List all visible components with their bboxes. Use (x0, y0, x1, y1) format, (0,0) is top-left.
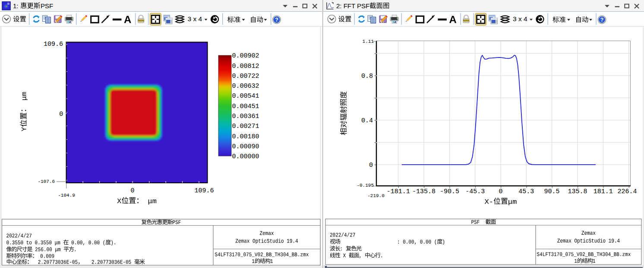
svg-text:0.00812: 0.00812 (232, 63, 259, 70)
svg-text:-45.3: -45.3 (465, 188, 485, 195)
svg-text:-107.6: -107.6 (38, 179, 55, 184)
svg-text:0.00722: 0.00722 (232, 73, 259, 80)
svg-text:-181.1: -181.1 (387, 188, 410, 195)
svg-text:181.1: 181.1 (593, 188, 613, 195)
svg-text:0.00541: 0.00541 (232, 93, 259, 100)
svg-text:?: ? (600, 17, 604, 23)
svg-text:-219.0: -219.0 (367, 193, 385, 198)
svg-text:?: ? (275, 17, 278, 23)
svg-text:0: 0 (499, 188, 502, 195)
svg-text:0.00902: 0.00902 (232, 52, 259, 60)
svg-text:3 x 4: 3 x 4 (188, 15, 202, 22)
svg-text:0.00090: 0.00090 (232, 143, 259, 150)
svg-text:109.6: 109.6 (44, 41, 63, 48)
svg-text:0.00180: 0.00180 (232, 133, 259, 140)
svg-text:2: FFT PSF: 2: FFT PSF (336, 2, 369, 10)
svg-text:-90.5: -90.5 (440, 188, 459, 195)
svg-text:109.6: 109.6 (194, 187, 214, 195)
svg-text:0.8: 0.8 (361, 73, 373, 80)
svg-text:1.11: 1.11 (363, 39, 374, 44)
svg-text:-104.9: -104.9 (58, 193, 75, 198)
svg-text:0: 0 (130, 187, 134, 195)
svg-text:226.4: 226.4 (617, 188, 637, 195)
svg-text:0.00361: 0.00361 (232, 113, 259, 120)
svg-text:1:: 1: (13, 2, 19, 10)
svg-text:-135.8: -135.8 (412, 188, 436, 195)
svg-text:135.8: 135.8 (568, 188, 587, 195)
svg-text:90.5: 90.5 (544, 188, 560, 195)
svg-text:0.00000: 0.00000 (232, 153, 259, 160)
svg-text:0: 0 (59, 111, 63, 118)
svg-text:0.4: 0.4 (361, 117, 373, 124)
svg-text:45.3: 45.3 (518, 188, 534, 195)
svg-text:0.00451: 0.00451 (232, 103, 259, 110)
svg-text:0.00632: 0.00632 (232, 83, 259, 90)
svg-text:PSF: PSF (41, 2, 53, 10)
svg-text:0: 0 (369, 162, 373, 169)
svg-text:0.00271: 0.00271 (232, 123, 259, 130)
svg-text:3 x 4: 3 x 4 (513, 15, 527, 22)
svg-text:-0.195: -0.195 (357, 183, 374, 188)
